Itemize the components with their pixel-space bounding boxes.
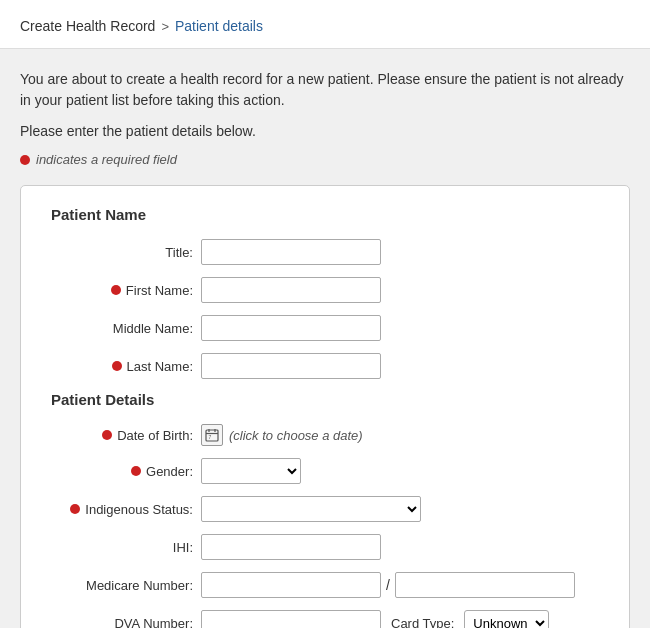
required-text: indicates a required field <box>36 152 177 167</box>
intro-paragraph-2: Please enter the patient details below. <box>20 121 630 142</box>
ihi-label: IHI: <box>51 540 201 555</box>
ihi-row: IHI: <box>51 534 599 560</box>
required-dot <box>20 155 30 165</box>
page-content: You are about to create a health record … <box>0 49 650 628</box>
intro-paragraph-1: You are about to create a health record … <box>20 69 630 111</box>
indigenous-status-select[interactable]: Aboriginal but not Torres Strait Islande… <box>201 496 421 522</box>
last-name-input[interactable] <box>201 353 381 379</box>
indigenous-status-label: Indigenous Status: <box>51 502 201 517</box>
breadcrumb-create-link[interactable]: Create Health Record <box>20 18 155 34</box>
middle-name-label: Middle Name: <box>51 321 201 336</box>
dob-row: Date of Birth: 7 (click to choose a date… <box>51 424 599 446</box>
gender-row: Gender: Male Female Other Unknown <box>51 458 599 484</box>
ihi-input[interactable] <box>201 534 381 560</box>
last-name-required-dot <box>112 361 122 371</box>
title-input[interactable] <box>201 239 381 265</box>
dva-label: DVA Number: <box>51 616 201 629</box>
gender-label: Gender: <box>51 464 201 479</box>
medicare-number-input[interactable] <box>201 572 381 598</box>
indigenous-status-row: Indigenous Status: Aboriginal but not To… <box>51 496 599 522</box>
first-name-required-dot <box>111 285 121 295</box>
medicare-label: Medicare Number: <box>51 578 201 593</box>
page-header: Create Health Record > Patient details <box>0 0 650 49</box>
required-field-note: indicates a required field <box>20 152 630 167</box>
medicare-inputs: / <box>201 572 575 598</box>
gender-select[interactable]: Male Female Other Unknown <box>201 458 301 484</box>
breadcrumb: Create Health Record > Patient details <box>20 18 630 34</box>
dva-row: DVA Number: Card Type: Unknown Gold Whit… <box>51 610 599 628</box>
svg-text:7: 7 <box>209 434 212 440</box>
first-name-input[interactable] <box>201 277 381 303</box>
form-card: Patient Name Title: First Name: Middle N… <box>20 185 630 628</box>
first-name-label: First Name: <box>51 283 201 298</box>
dva-inputs: Card Type: Unknown Gold White Orange <box>201 610 549 628</box>
breadcrumb-current: Patient details <box>175 18 263 34</box>
card-type-label: Card Type: <box>391 616 454 629</box>
medicare-row: Medicare Number: / <box>51 572 599 598</box>
last-name-row: Last Name: <box>51 353 599 379</box>
breadcrumb-separator: > <box>161 19 169 34</box>
dob-label: Date of Birth: <box>51 428 201 443</box>
indigenous-required-dot <box>70 504 80 514</box>
last-name-label: Last Name: <box>51 359 201 374</box>
title-row: Title: <box>51 239 599 265</box>
dob-required-dot <box>102 430 112 440</box>
gender-required-dot <box>131 466 141 476</box>
dob-placeholder: (click to choose a date) <box>229 428 363 443</box>
patient-name-section-title: Patient Name <box>51 206 599 223</box>
middle-name-row: Middle Name: <box>51 315 599 341</box>
first-name-row: First Name: <box>51 277 599 303</box>
title-label: Title: <box>51 245 201 260</box>
patient-details-section-title: Patient Details <box>51 391 599 408</box>
dva-number-input[interactable] <box>201 610 381 628</box>
dob-picker-button[interactable]: 7 (click to choose a date) <box>201 424 363 446</box>
middle-name-input[interactable] <box>201 315 381 341</box>
calendar-icon: 7 <box>201 424 223 446</box>
medicare-suffix-input[interactable] <box>395 572 575 598</box>
medicare-slash: / <box>386 577 390 593</box>
card-type-select[interactable]: Unknown Gold White Orange <box>464 610 549 628</box>
